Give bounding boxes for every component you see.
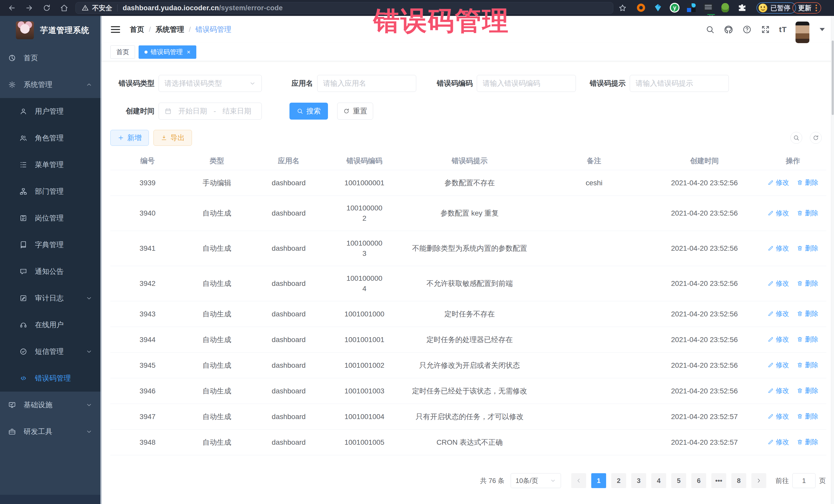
sidebar-item-menu-management[interactable]: 菜单管理 bbox=[0, 151, 102, 178]
browser-back-button[interactable] bbox=[6, 2, 18, 14]
edit-link[interactable]: 修改 bbox=[768, 334, 789, 344]
pager-page-5[interactable]: 5 bbox=[671, 473, 686, 488]
chevron-down-icon bbox=[86, 348, 92, 355]
sidebar-item-dev-tools[interactable]: 研发工具 bbox=[0, 418, 102, 445]
search-icon[interactable] bbox=[705, 25, 715, 35]
sidebar-item-audit-log[interactable]: 审计日志 bbox=[0, 285, 102, 311]
browser-reload-button[interactable] bbox=[41, 2, 52, 14]
sidebar-item-infrastructure[interactable]: 基础设施 bbox=[0, 392, 102, 418]
address-bar[interactable]: 不安全 dashboard.yudao.iocoder.cn/system/er… bbox=[75, 2, 613, 14]
pager-page-6[interactable]: 6 bbox=[691, 473, 706, 488]
sidebar-item-sms-management[interactable]: 短信管理 bbox=[0, 338, 102, 365]
app-name-input[interactable] bbox=[323, 79, 410, 88]
delete-link[interactable]: 删除 bbox=[797, 334, 818, 344]
edit-link[interactable]: 修改 bbox=[768, 360, 789, 370]
sidebar-item-online-users[interactable]: 在线用户 bbox=[0, 311, 102, 338]
create-time-range-picker[interactable]: 开始日期 - 结束日期 bbox=[159, 103, 262, 119]
page-url[interactable]: dashboard.yudao.iocoder.cn/system/error-… bbox=[123, 4, 283, 12]
plus-icon bbox=[117, 134, 124, 141]
browser-forward-button[interactable] bbox=[24, 2, 35, 14]
pager-page-2[interactable]: 2 bbox=[611, 473, 626, 488]
browser-home-button[interactable] bbox=[59, 2, 70, 14]
search-button[interactable]: 搜索 bbox=[289, 103, 328, 119]
delete-link[interactable]: 删除 bbox=[797, 386, 818, 396]
pager-ellipsis[interactable]: ••• bbox=[711, 473, 726, 488]
sidebar-item-user-management[interactable]: 用户管理 bbox=[0, 98, 102, 125]
tab-error-code-management[interactable]: 错误码管理 × bbox=[138, 45, 196, 59]
browser-chrome: 不安全 dashboard.yudao.iocoder.cn/system/er… bbox=[0, 0, 834, 16]
pager-page-3[interactable]: 3 bbox=[631, 473, 646, 488]
breadcrumb-system[interactable]: 系统管理 bbox=[155, 25, 184, 35]
delete-link[interactable]: 删除 bbox=[797, 437, 818, 447]
pager-prev-button[interactable] bbox=[571, 473, 586, 488]
close-tab-icon[interactable]: × bbox=[187, 48, 191, 56]
edit-link[interactable]: 修改 bbox=[768, 278, 789, 288]
app-logo-row[interactable]: 芋道管理系统 bbox=[0, 16, 102, 45]
goto-page-input[interactable] bbox=[792, 473, 815, 488]
edit-link[interactable]: 修改 bbox=[768, 308, 789, 319]
browser-profile-badge[interactable]: 已暂停 bbox=[756, 2, 796, 14]
cell-remark bbox=[539, 231, 649, 266]
extension-grid-icon[interactable] bbox=[686, 3, 697, 13]
edit-link[interactable]: 修改 bbox=[768, 386, 789, 396]
export-button[interactable]: 导出 bbox=[153, 130, 192, 146]
font-size-icon[interactable]: tT bbox=[779, 25, 787, 34]
sidebar-item-error-code-management[interactable]: 错误码管理 bbox=[0, 365, 102, 392]
sidebar-item-post-management[interactable]: 岗位管理 bbox=[0, 205, 102, 232]
user-avatar[interactable] bbox=[795, 22, 809, 43]
sidebar-item-home[interactable]: 首页 bbox=[0, 45, 102, 71]
sidebar-item-role-management[interactable]: 角色管理 bbox=[0, 125, 102, 151]
pager-page-4[interactable]: 4 bbox=[651, 473, 666, 488]
edit-link[interactable]: 修改 bbox=[768, 208, 789, 218]
delete-link[interactable]: 删除 bbox=[797, 243, 818, 253]
pager-page-8[interactable]: 8 bbox=[731, 473, 746, 488]
extension-green-icon[interactable] bbox=[720, 3, 730, 13]
error-code-input[interactable] bbox=[483, 79, 570, 88]
delete-link[interactable]: 删除 bbox=[797, 360, 818, 370]
breadcrumb-home[interactable]: 首页 bbox=[130, 25, 144, 35]
error-type-select[interactable]: 请选择错误码类型 bbox=[159, 75, 262, 92]
delete-link[interactable]: 删除 bbox=[797, 278, 818, 288]
extension-y-icon[interactable]: y bbox=[670, 3, 680, 13]
refresh-table-icon[interactable] bbox=[810, 132, 822, 144]
sidebar-item-department-management[interactable]: 部门管理 bbox=[0, 178, 102, 205]
browser-menu-kebab-icon[interactable] bbox=[815, 5, 817, 11]
extension-gem-icon[interactable] bbox=[653, 3, 663, 13]
github-icon[interactable] bbox=[724, 25, 733, 35]
sidebar-item-notice-announcement[interactable]: 通知公告 bbox=[0, 258, 102, 285]
add-button[interactable]: 新增 bbox=[110, 130, 149, 146]
sidebar-collapse-icon[interactable] bbox=[111, 26, 120, 33]
refresh-icon bbox=[343, 108, 350, 114]
cell-create-time: 2021-04-20 23:52:56 bbox=[649, 196, 760, 231]
pager-page-1[interactable]: 1 bbox=[591, 473, 606, 488]
pager-next-button[interactable] bbox=[751, 473, 766, 488]
help-icon[interactable] bbox=[742, 25, 752, 35]
page-size-select[interactable]: 10条/页 bbox=[511, 473, 561, 488]
edit-link[interactable]: 修改 bbox=[768, 411, 789, 421]
extensions-puzzle-icon[interactable] bbox=[737, 3, 747, 13]
error-msg-input[interactable] bbox=[636, 79, 723, 88]
tab-home[interactable]: 首页 bbox=[110, 45, 135, 59]
sidebar-item-dict-management[interactable]: 字典管理 bbox=[0, 232, 102, 258]
sidebar-item-system-management[interactable]: 系统管理 bbox=[0, 71, 102, 98]
delete-link[interactable]: 删除 bbox=[797, 308, 818, 319]
avatar-caret-icon[interactable] bbox=[820, 28, 825, 31]
fullscreen-icon[interactable] bbox=[761, 25, 770, 35]
browser-update-button[interactable]: 更新 bbox=[792, 2, 821, 14]
delete-link[interactable]: 删除 bbox=[797, 177, 818, 188]
security-label[interactable]: 不安全 bbox=[92, 4, 112, 13]
bookmark-star-icon[interactable] bbox=[618, 4, 627, 13]
scrollbar-thumb[interactable] bbox=[832, 41, 834, 115]
reset-button[interactable]: 重置 bbox=[337, 103, 373, 119]
delete-link[interactable]: 删除 bbox=[797, 208, 818, 218]
gear-icon bbox=[8, 81, 16, 89]
extension-orange-icon[interactable] bbox=[636, 3, 646, 13]
edit-link[interactable]: 修改 bbox=[768, 243, 789, 253]
cell-code: 100100000 2 bbox=[328, 196, 400, 231]
edit-link[interactable]: 修改 bbox=[768, 177, 789, 188]
edit-link[interactable]: 修改 bbox=[768, 437, 789, 447]
toggle-search-icon[interactable] bbox=[790, 132, 802, 144]
delete-link[interactable]: 删除 bbox=[797, 411, 818, 421]
extension-list-on-icon[interactable]: on bbox=[703, 3, 714, 13]
page-scrollbar[interactable] bbox=[831, 16, 834, 504]
